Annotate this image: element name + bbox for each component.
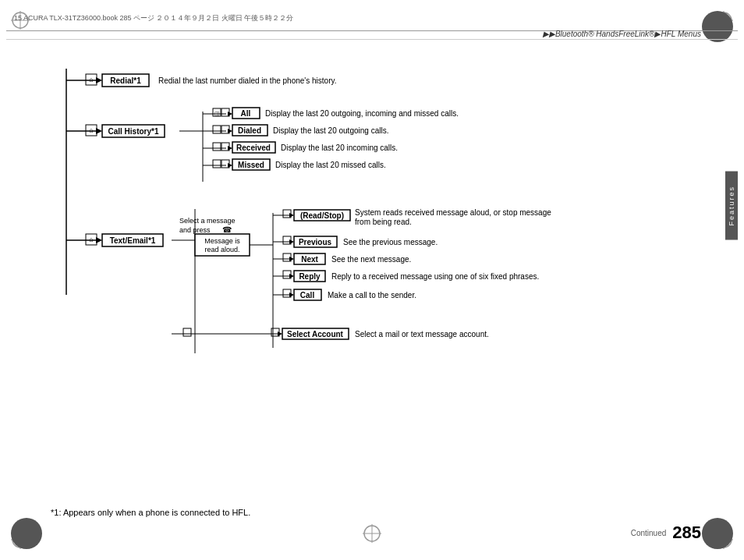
- svg-text:Make a call to the sender.: Make a call to the sender.: [328, 291, 416, 299]
- bottom-center-crosshair: [361, 523, 383, 546]
- svg-text:Missed: Missed: [238, 161, 264, 169]
- svg-text:read aloud.: read aloud.: [204, 246, 239, 253]
- page-number: 285: [672, 523, 701, 543]
- svg-text:⌂: ⌂: [89, 126, 93, 134]
- svg-rect-44: [213, 143, 221, 151]
- svg-text:(Read/Stop): (Read/Stop): [300, 211, 344, 220]
- svg-text:All: All: [241, 109, 251, 118]
- svg-text:Select a mail or text message : Select a mail or text message account.: [355, 330, 489, 338]
- diagram-svg: ⌂ Redial*1 Redial the last number dialed…: [43, 53, 690, 388]
- svg-text:Display the last 20 missed cal: Display the last 20 missed calls.: [275, 161, 386, 169]
- svg-text:Reply: Reply: [299, 272, 321, 281]
- circle-decoration-bl: [11, 518, 42, 549]
- svg-text:Display the last 20 incoming c: Display the last 20 incoming calls.: [281, 144, 398, 152]
- svg-marker-94: [289, 274, 294, 278]
- breadcrumb: ▶▶Bluetooth® HandsFreeLink®▶HFL Menus: [543, 30, 701, 38]
- svg-marker-53: [228, 163, 232, 168]
- svg-text:Message is: Message is: [204, 237, 240, 245]
- svg-marker-46: [228, 146, 232, 151]
- svg-text:Display the last 20 outgoing c: Display the last 20 outgoing calls.: [273, 126, 388, 135]
- svg-text:Redial the last number dialed : Redial the last number dialed in the pho…: [158, 76, 337, 85]
- svg-text:Display the last 20 outgoing, : Display the last 20 outgoing, incoming a…: [265, 109, 459, 118]
- svg-text:☎: ☎: [222, 225, 232, 234]
- svg-text:System reads received message : System reads received message aloud, or …: [355, 208, 551, 217]
- svg-marker-100: [289, 292, 294, 297]
- svg-text:⌂: ⌂: [89, 236, 93, 243]
- svg-text:Text/Email*1: Text/Email*1: [110, 236, 156, 245]
- footer-note: *1: Appears only when a phone is connect…: [51, 508, 250, 517]
- svg-text:Reply to a received message us: Reply to a received message using one of…: [331, 272, 539, 281]
- svg-marker-88: [289, 257, 294, 261]
- header-divider: [6, 39, 738, 40]
- side-tab-features: Features: [725, 172, 738, 240]
- continued-label: Continued: [631, 529, 667, 537]
- svg-marker-32: [228, 112, 232, 116]
- svg-text:See the previous message.: See the previous message.: [343, 238, 438, 246]
- svg-marker-108: [278, 331, 282, 336]
- svg-text:◫: ◫: [214, 111, 220, 116]
- svg-text:from being read.: from being read.: [355, 218, 412, 226]
- top-strip: 15 ACURA TLX-31TZ36000.book 285 ページ ２０１４…: [6, 6, 738, 31]
- svg-text:Select a message: Select a message: [179, 217, 236, 225]
- top-strip-text: 15 ACURA TLX-31TZ36000.book 285 ページ ２０１４…: [14, 13, 730, 23]
- svg-marker-75: [289, 213, 294, 218]
- svg-marker-39: [228, 129, 232, 133]
- breadcrumb-text: ▶▶Bluetooth® HandsFreeLink®▶HFL Menus: [543, 30, 701, 38]
- svg-rect-51: [213, 160, 221, 168]
- svg-text:Previous: Previous: [299, 238, 332, 246]
- svg-text:Next: Next: [301, 255, 318, 264]
- svg-text:Call: Call: [300, 291, 315, 299]
- svg-marker-82: [289, 239, 294, 244]
- svg-rect-37: [213, 126, 221, 133]
- svg-text:Received: Received: [236, 144, 271, 152]
- svg-rect-105: [183, 328, 191, 336]
- circle-decoration-br: [702, 518, 733, 549]
- page-number-area: Continued 285: [631, 523, 701, 543]
- svg-text:Call History*1: Call History*1: [108, 127, 158, 136]
- svg-text:See the next message.: See the next message.: [331, 255, 411, 264]
- svg-text:Dialed: Dialed: [238, 126, 261, 135]
- svg-text:⌂: ⌂: [89, 76, 93, 83]
- svg-text:Select Account: Select Account: [287, 330, 344, 338]
- svg-text:Redial*1: Redial*1: [110, 76, 141, 85]
